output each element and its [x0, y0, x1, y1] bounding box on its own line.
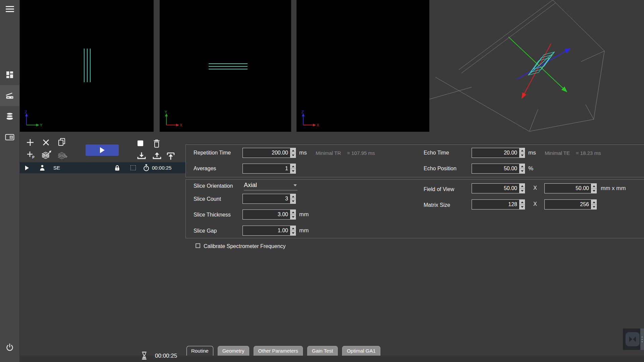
hourglass-icon	[141, 352, 147, 360]
slice-orientation-dropdown[interactable]: Axial	[244, 181, 298, 190]
svg-text:Z: Z	[25, 110, 27, 114]
slice-thickness-unit: mm	[299, 211, 309, 218]
export-stack-icon[interactable]	[41, 150, 52, 160]
averages-stepper[interactable]	[290, 164, 296, 174]
echo-position-stepper[interactable]	[520, 164, 525, 174]
lock-icon[interactable]	[115, 162, 120, 173]
database-icon	[5, 112, 14, 121]
fov-x-input[interactable]	[472, 183, 520, 193]
person-icon	[40, 162, 45, 173]
axis-indicator: Y X	[162, 110, 183, 129]
sidebar-item-scanner[interactable]	[0, 85, 19, 106]
footer-strip	[20, 356, 644, 362]
repetition-time-stepper[interactable]	[290, 148, 296, 158]
repetition-time-unit: ms	[299, 149, 307, 156]
echo-time-unit: ms	[528, 149, 536, 156]
wireframe-cube	[429, 0, 604, 131]
svg-text:Y: Y	[165, 110, 167, 114]
tab-gain-test[interactable]: Gain Test	[307, 346, 338, 356]
timing-panel: Repetition Time ms Minimal TR= 107.95 ms…	[185, 144, 644, 177]
echo-time-label: Echo Time	[424, 150, 449, 156]
run-button[interactable]	[86, 144, 119, 156]
duplicate-icon[interactable]	[58, 138, 66, 147]
slice-gap-input[interactable]	[243, 226, 290, 236]
field-of-view-label: Field of View	[424, 186, 454, 192]
echo-position-input[interactable]	[472, 164, 520, 174]
fov-y-stepper[interactable]	[591, 183, 597, 193]
run-icon	[100, 147, 105, 153]
sidebar-item-records[interactable]	[0, 127, 19, 147]
matrix-x-stepper[interactable]	[520, 199, 525, 209]
power-icon[interactable]	[5, 343, 14, 352]
stop-icon[interactable]	[138, 140, 143, 146]
slice-gap-unit: mm	[299, 227, 309, 234]
sidebar	[0, 0, 20, 362]
slice-gap-stepper[interactable]	[290, 226, 296, 236]
dashboard-icon	[6, 71, 14, 79]
menu-icon[interactable]	[6, 6, 14, 12]
svg-text:Y: Y	[40, 123, 43, 127]
widget-drag-handle[interactable]	[640, 328, 644, 350]
delete-icon[interactable]	[153, 139, 161, 148]
slice-line	[209, 66, 248, 67]
scanner-icon	[5, 92, 14, 99]
slice-line	[84, 49, 85, 82]
tab-geometry[interactable]: Geometry	[218, 346, 249, 356]
matrix-separator: X	[533, 201, 537, 207]
sequence-duration: 00:00:25	[152, 162, 171, 173]
calibrate-checkbox-label[interactable]: Calibrate Spectrometer Frequency	[204, 243, 286, 249]
records-icon	[5, 133, 14, 141]
remove-icon[interactable]	[42, 138, 50, 146]
matrix-x-input[interactable]	[472, 199, 520, 209]
chevron-down-icon	[293, 184, 297, 186]
echo-time-input[interactable]	[472, 148, 520, 158]
edit-stack-icon[interactable]	[57, 150, 68, 160]
viewport-zy[interactable]: Z Y	[20, 0, 154, 132]
slice-orientation-value: Axial	[244, 182, 257, 188]
matrix-y-input[interactable]	[544, 199, 591, 209]
echo-position-label: Echo Position	[424, 166, 457, 172]
play-icon[interactable]	[25, 162, 29, 173]
slice-stack-3d	[528, 52, 554, 75]
tab-routine[interactable]: Routine	[186, 346, 213, 356]
slice-count-input[interactable]	[243, 194, 290, 204]
widget-logo-icon[interactable]	[626, 332, 640, 346]
tab-other-parameters[interactable]: Other Parameters	[254, 346, 303, 356]
sidebar-item-database[interactable]	[0, 106, 19, 127]
sequence-row[interactable]: SE 00:00:25	[20, 162, 188, 173]
minimal-tr-hint: Minimal TR= 107.95 ms	[316, 150, 375, 156]
calibrate-checkbox[interactable]	[196, 243, 200, 248]
slice-thickness-input[interactable]	[243, 209, 290, 220]
slice-line	[209, 63, 248, 64]
slice-line	[90, 49, 91, 82]
averages-input[interactable]	[243, 164, 290, 174]
add-icon[interactable]	[26, 138, 34, 146]
tab-optimal-ga1[interactable]: Optimal GA1	[342, 346, 380, 356]
repetition-time-input[interactable]	[243, 148, 290, 158]
viewport-zx[interactable]: Z X	[297, 0, 429, 132]
sidebar-item-dashboard[interactable]	[0, 64, 19, 85]
add-protocol-icon[interactable]: P	[26, 150, 35, 159]
sequence-name: SE	[53, 162, 60, 173]
slice-thickness-stepper[interactable]	[290, 209, 296, 220]
3d-geometry-view[interactable]	[429, 0, 644, 135]
slice-count-stepper[interactable]	[290, 194, 296, 204]
averages-label: Averages	[194, 166, 216, 172]
matrix-y-stepper[interactable]	[591, 199, 597, 209]
svg-text:X: X	[180, 123, 182, 127]
slice-line	[87, 49, 88, 82]
fov-x-stepper[interactable]	[520, 183, 525, 193]
axis-x-3d	[522, 44, 551, 98]
corner-widget[interactable]	[623, 328, 644, 350]
upload-top-icon[interactable]	[166, 152, 175, 161]
selection-icon[interactable]	[130, 162, 136, 173]
echo-time-stepper[interactable]	[520, 148, 525, 158]
upload-icon[interactable]	[152, 152, 162, 160]
axis-y-3d	[508, 37, 567, 92]
viewport-yx[interactable]: Y X	[160, 0, 291, 132]
axis-z-3d	[517, 49, 570, 79]
fov-y-input[interactable]	[544, 183, 591, 193]
download-icon[interactable]	[137, 152, 146, 160]
stopwatch-icon	[143, 162, 149, 173]
svg-text:Z: Z	[302, 110, 304, 114]
